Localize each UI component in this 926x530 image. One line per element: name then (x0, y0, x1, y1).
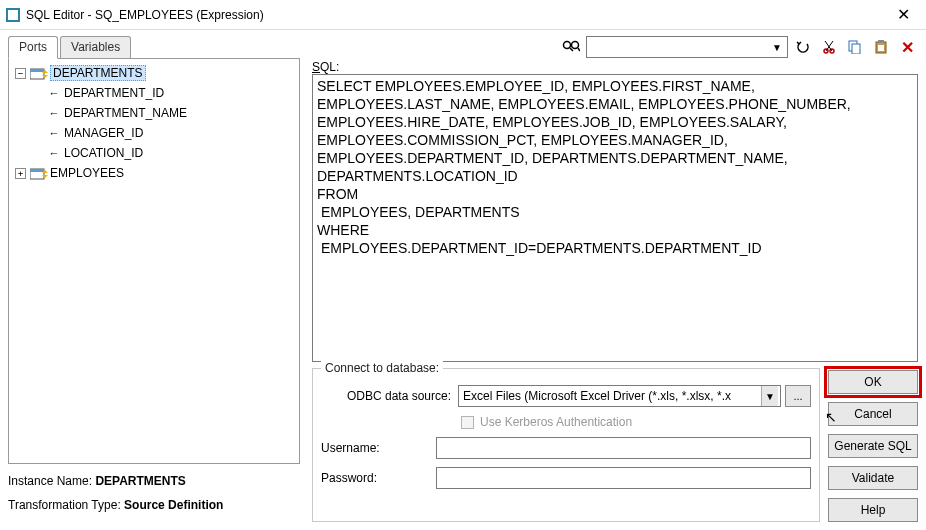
odbc-data-source-value: Excel Files (Microsoft Excel Driver (*.x… (463, 389, 731, 403)
sql-label: SQL: (312, 60, 918, 74)
svg-point-4 (564, 42, 571, 49)
tabs: Ports Variables (8, 36, 300, 58)
tree-node-col[interactable]: ← DEPARTMENT_ID (11, 83, 297, 103)
connect-to-database-group: Connect to database: ODBC data source: E… (312, 368, 820, 522)
instance-name-label: Instance Name: (8, 474, 92, 488)
sql-textarea[interactable] (312, 74, 918, 362)
connect-legend: Connect to database: (321, 361, 443, 375)
collapse-icon[interactable]: − (15, 68, 26, 79)
copy-icon[interactable] (844, 36, 866, 58)
tree-node-col[interactable]: ← MANAGER_ID (11, 123, 297, 143)
window-title: SQL Editor - SQ_EMPLOYEES (Expression) (26, 8, 887, 22)
find-combo[interactable]: ▼ (586, 36, 788, 58)
column-icon: ← (47, 87, 61, 99)
title-bar: SQL Editor - SQ_EMPLOYEES (Expression) ✕ (0, 0, 926, 30)
action-buttons: OK ↖ Cancel Generate SQL Validate Help (828, 368, 918, 522)
kerberos-checkbox (461, 416, 474, 429)
username-input[interactable] (436, 437, 811, 459)
column-icon: ← (47, 127, 61, 139)
find-icon[interactable] (560, 36, 582, 58)
validate-button[interactable]: Validate (828, 466, 918, 490)
tree-label: MANAGER_ID (64, 126, 143, 140)
tree-label: LOCATION_ID (64, 146, 143, 160)
svg-point-6 (572, 42, 579, 49)
close-button[interactable]: ✕ (887, 5, 920, 24)
tree-node-departments[interactable]: − DEPARTMENTS (11, 63, 297, 83)
mouse-cursor-icon: ↖ (825, 409, 837, 425)
kerberos-label: Use Kerberos Authentication (480, 415, 632, 429)
source-table-icon (30, 67, 46, 79)
tab-ports[interactable]: Ports (8, 36, 58, 59)
app-icon (6, 8, 20, 22)
svg-rect-3 (30, 169, 44, 172)
instance-name-value: DEPARTMENTS (95, 474, 185, 488)
tab-variables[interactable]: Variables (60, 36, 131, 58)
tree-label: DEPARTMENT_NAME (64, 106, 187, 120)
cancel-button[interactable]: ↖ Cancel (828, 402, 918, 426)
odbc-data-source-combo[interactable]: Excel Files (Microsoft Excel Driver (*.x… (458, 385, 781, 407)
column-icon: ← (47, 107, 61, 119)
password-label: Password: (321, 471, 436, 485)
svg-rect-13 (852, 44, 860, 54)
instance-info: Instance Name: DEPARTMENTS Transformatio… (8, 474, 300, 522)
kerberos-row: Use Kerberos Authentication (321, 415, 811, 429)
generate-sql-button[interactable]: Generate SQL (828, 434, 918, 458)
expand-icon[interactable]: + (15, 168, 26, 179)
odbc-browse-button[interactable]: ... (785, 385, 811, 407)
tree-node-col[interactable]: ← LOCATION_ID (11, 143, 297, 163)
cancel-label: Cancel (854, 407, 891, 421)
help-button[interactable]: Help (828, 498, 918, 522)
svg-rect-15 (878, 40, 884, 43)
right-panel: ▼ ✕ SQL: Connect to database: ODBC (308, 30, 926, 530)
cut-icon[interactable] (818, 36, 840, 58)
tree-node-col[interactable]: ← DEPARTMENT_NAME (11, 103, 297, 123)
transformation-type-label: Transformation Type: (8, 498, 121, 512)
password-input[interactable] (436, 467, 811, 489)
ports-tree[interactable]: − DEPARTMENTS ← DEPARTMENT_ID ← DEPARTME… (8, 58, 300, 464)
ok-button[interactable]: OK (828, 370, 918, 394)
undo-icon[interactable] (792, 36, 814, 58)
tree-label: DEPARTMENTS (50, 65, 146, 81)
toolbar: ▼ ✕ (312, 36, 918, 58)
delete-icon[interactable]: ✕ (896, 36, 918, 58)
paste-icon[interactable] (870, 36, 892, 58)
transformation-type-value: Source Definition (124, 498, 223, 512)
chevron-down-icon: ▼ (761, 386, 778, 406)
tree-label: EMPLOYEES (50, 166, 124, 180)
left-panel: Ports Variables − DEPARTMENTS ← DEPARTME… (0, 30, 308, 530)
svg-rect-1 (30, 69, 44, 72)
tree-node-employees[interactable]: + EMPLOYEES (11, 163, 297, 183)
tree-label: DEPARTMENT_ID (64, 86, 164, 100)
svg-line-7 (578, 48, 580, 51)
column-icon: ← (47, 147, 61, 159)
username-label: Username: (321, 441, 436, 455)
chevron-down-icon: ▼ (769, 42, 785, 53)
odbc-label: ODBC data source: (321, 389, 458, 403)
source-table-icon (30, 167, 46, 179)
svg-rect-16 (878, 45, 884, 51)
